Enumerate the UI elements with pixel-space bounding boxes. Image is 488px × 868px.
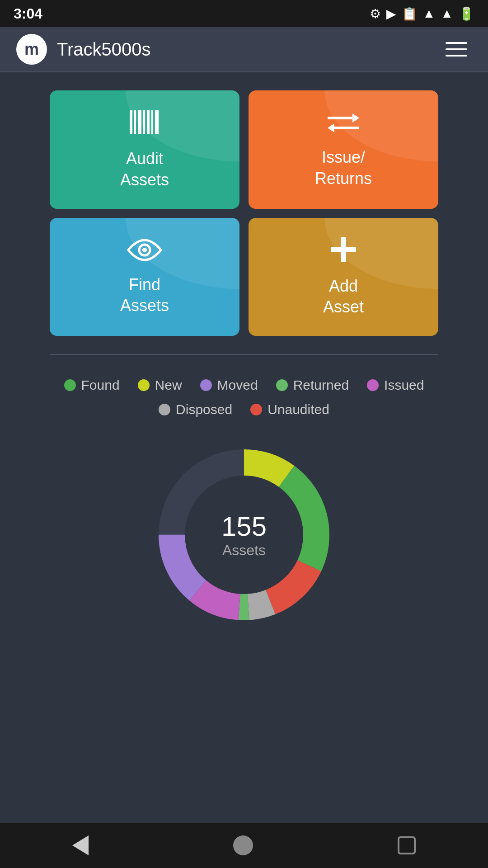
- status-bar: 3:04 ⚙ ▶ 📋 ▲ ▲ 🔋: [0, 0, 488, 27]
- home-icon: [233, 835, 253, 855]
- legend-moved: Moved: [200, 377, 258, 393]
- recents-button[interactable]: [389, 827, 425, 863]
- legend-dot-moved: [200, 379, 212, 391]
- bottom-nav: [0, 823, 488, 868]
- legend-unaudited: Unaudited: [250, 402, 329, 417]
- hamburger-line-1: [446, 42, 467, 44]
- wifi-icon: ▲: [423, 6, 436, 21]
- menu-button[interactable]: [441, 38, 472, 61]
- svg-rect-14: [331, 247, 356, 252]
- svg-point-11: [139, 245, 150, 255]
- hamburger-line-2: [446, 48, 467, 50]
- chart-center-label: 155 Assets: [221, 511, 267, 559]
- legend-label-moved: Moved: [217, 377, 258, 393]
- back-icon: [72, 835, 89, 855]
- find-assets-button[interactable]: FindAssets: [50, 218, 239, 336]
- status-time: 3:04: [14, 5, 42, 22]
- play-icon: ▶: [386, 6, 396, 21]
- legend-disposed: Disposed: [159, 402, 232, 417]
- svg-rect-4: [147, 110, 150, 134]
- legend-label-found: Found: [81, 377, 120, 393]
- legend-issued: Issued: [367, 377, 424, 393]
- svg-marker-10: [328, 123, 334, 132]
- legend-label-unaudited: Unaudited: [267, 402, 329, 417]
- legend-label-new: New: [155, 377, 182, 393]
- barcode-icon: [129, 108, 160, 140]
- legend-returned: Returned: [276, 377, 349, 393]
- home-button[interactable]: [224, 826, 262, 864]
- legend-found: Found: [64, 377, 120, 393]
- signal-icon: ▲: [441, 6, 453, 21]
- nav-brand: m Track5000s: [16, 34, 151, 65]
- chart-total: 155: [221, 511, 267, 542]
- eye-icon: [127, 237, 163, 266]
- action-grid: AuditAssets Issue/Returns: [50, 90, 438, 336]
- legend-label-returned: Returned: [293, 377, 349, 393]
- legend-dot-disposed: [159, 404, 170, 415]
- svg-rect-6: [155, 110, 159, 134]
- svg-rect-13: [341, 237, 346, 262]
- legend-new: New: [138, 377, 182, 393]
- top-nav: m Track5000s: [0, 27, 488, 72]
- plus-icon: [330, 236, 357, 268]
- hamburger-line-3: [446, 55, 467, 57]
- chart-subtitle: Assets: [222, 542, 266, 559]
- back-button[interactable]: [63, 826, 98, 864]
- recents-icon: [398, 836, 416, 854]
- battery-icon: 🔋: [459, 6, 474, 21]
- legend-dot-issued: [367, 379, 379, 391]
- svg-rect-0: [130, 110, 132, 134]
- chart-legend: Found New Moved Returned Issued Disposed…: [50, 377, 438, 417]
- donut-chart: 155 Assets: [149, 440, 339, 630]
- status-icons: ⚙ ▶ 📋 ▲ ▲ 🔋: [370, 6, 474, 21]
- legend-dot-unaudited: [250, 404, 262, 415]
- add-asset-button[interactable]: AddAsset: [249, 218, 438, 336]
- svg-rect-2: [138, 110, 141, 134]
- add-asset-label: AddAsset: [323, 276, 364, 318]
- svg-rect-1: [134, 110, 136, 134]
- clipboard-icon: 📋: [402, 6, 418, 21]
- audit-assets-button[interactable]: AuditAssets: [50, 90, 239, 209]
- legend-label-disposed: Disposed: [176, 402, 232, 417]
- svg-rect-5: [151, 110, 153, 134]
- app-logo: m: [16, 34, 47, 65]
- audit-assets-label: AuditAssets: [120, 148, 169, 191]
- legend-label-issued: Issued: [384, 377, 424, 393]
- legend-dot-found: [64, 379, 76, 391]
- section-divider: [50, 354, 438, 355]
- settings-icon: ⚙: [370, 6, 381, 21]
- legend-dot-returned: [276, 379, 288, 391]
- issue-returns-label: Issue/Returns: [315, 147, 372, 189]
- arrows-icon: [328, 110, 359, 139]
- svg-rect-3: [143, 110, 145, 134]
- svg-marker-8: [352, 113, 359, 123]
- app-title: Track5000s: [57, 39, 151, 60]
- find-assets-label: FindAssets: [120, 274, 169, 317]
- legend-dot-new: [138, 379, 150, 391]
- issue-returns-button[interactable]: Issue/Returns: [249, 90, 438, 209]
- main-content: AuditAssets Issue/Returns: [0, 72, 488, 823]
- svg-point-12: [142, 248, 147, 252]
